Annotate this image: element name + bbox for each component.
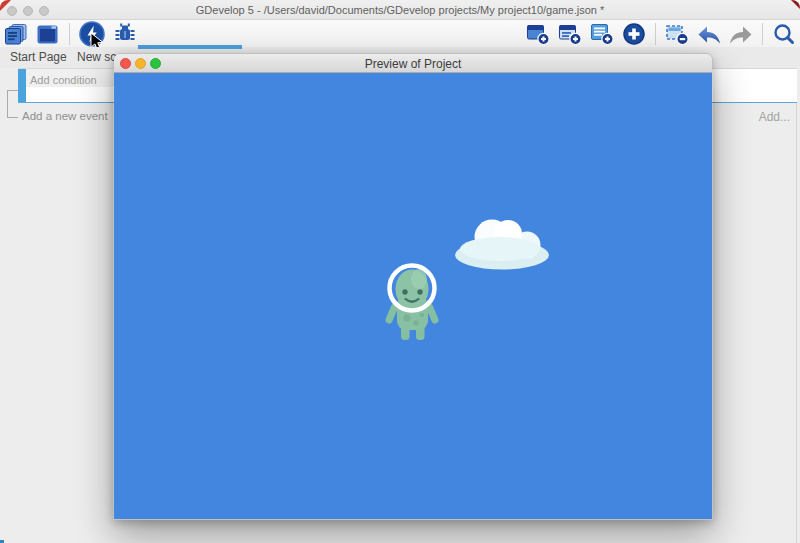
add-subevent-icon	[557, 22, 583, 46]
gdevelop-main-window: GDevelop 5 - /Users/david/Documents/GDev…	[0, 0, 800, 543]
preview-window-title: Preview of Project	[114, 57, 712, 71]
debugger-icon	[112, 22, 138, 46]
corner-artifact	[0, 0, 11, 11]
add-new-event-link[interactable]: Add a new event	[22, 110, 108, 122]
project-manager-icon	[3, 22, 29, 46]
add-circle-icon	[621, 22, 647, 46]
add-more-link[interactable]: Add...	[759, 110, 790, 124]
preview-play-button[interactable]	[78, 21, 106, 47]
toolbar-divider	[762, 23, 763, 45]
tab-start-page[interactable]: Start Page	[10, 50, 67, 64]
add-event-button[interactable]	[525, 22, 551, 46]
preview-titlebar[interactable]: Preview of Project	[114, 54, 712, 73]
add-comment-icon	[589, 22, 615, 46]
add-comment-button[interactable]	[589, 22, 615, 46]
corner-artifact	[791, 0, 800, 9]
project-manager-button[interactable]	[3, 22, 29, 46]
main-titlebar: GDevelop 5 - /Users/david/Documents/GDev…	[0, 0, 800, 20]
main-window-title: GDevelop 5 - /Users/david/Documents/GDev…	[0, 4, 800, 16]
event-tree-line	[7, 90, 18, 91]
scene-editor-icon	[35, 22, 61, 46]
cloud-sprite	[455, 220, 549, 270]
game-scene[interactable]	[114, 73, 712, 520]
events-sheet-border	[796, 68, 797, 543]
undo-icon	[696, 22, 722, 46]
toolbar-divider	[69, 23, 70, 45]
preview-window[interactable]: Preview of Project	[113, 53, 713, 520]
tab-new-scene[interactable]: New sc	[77, 50, 116, 64]
event-tree-line	[7, 117, 18, 118]
redo-button[interactable]	[728, 22, 754, 46]
add-circle-button[interactable]	[621, 22, 647, 46]
toolbar-divider	[655, 23, 656, 45]
remove-event-icon	[664, 22, 690, 46]
add-subevent-button[interactable]	[557, 22, 583, 46]
search-icon	[771, 22, 797, 46]
scene-editor-button[interactable]	[35, 22, 61, 46]
event-handle[interactable]	[18, 69, 26, 102]
toolbar	[0, 20, 800, 47]
search-button[interactable]	[771, 22, 797, 46]
add-event-icon	[525, 22, 551, 46]
add-condition-link[interactable]: Add condition	[30, 74, 97, 86]
undo-button[interactable]	[696, 22, 722, 46]
redo-icon	[728, 22, 754, 46]
active-tab-indicator	[138, 45, 242, 49]
debugger-button[interactable]	[112, 22, 138, 46]
event-tree-line	[7, 90, 8, 118]
remove-event-button[interactable]	[664, 22, 690, 46]
